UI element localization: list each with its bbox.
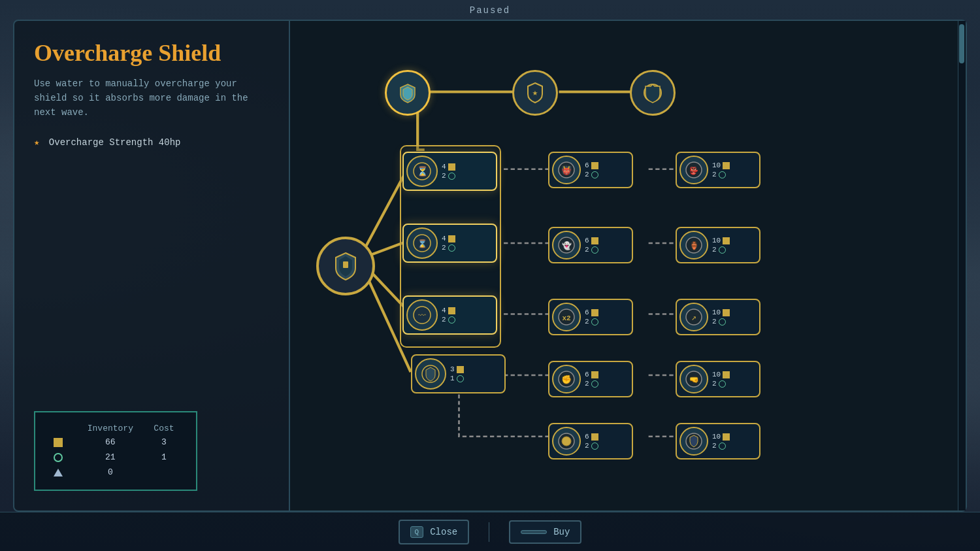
node-r1a[interactable]: 👹 6 2 xyxy=(548,152,633,188)
svg-rect-18 xyxy=(343,261,348,268)
node-r4a[interactable]: ✊ 6 2 xyxy=(548,361,633,397)
node-f1[interactable]: 👺 10 2 xyxy=(676,152,760,188)
svg-text:👹: 👹 xyxy=(561,165,572,176)
hourglass-ring-icon: ⏳ xyxy=(412,161,433,182)
node-r2a-card[interactable]: 👻 6 2 xyxy=(548,227,633,263)
card-c3-icon: 〰 xyxy=(406,299,438,331)
close-button[interactable]: Q Close xyxy=(399,520,470,544)
node-r2a[interactable]: 👻 6 2 xyxy=(548,227,633,263)
card-c1[interactable]: ⏳ 4 2 xyxy=(402,152,497,191)
bottom-bar: Q Close Buy xyxy=(0,512,980,551)
mid-ci-icon xyxy=(457,375,464,382)
cost-ci-val3: 2 xyxy=(442,316,446,324)
buy-key xyxy=(521,530,547,534)
node-r3a-costs: 6 2 xyxy=(585,309,598,326)
sq-icon2 xyxy=(448,235,455,242)
inv-cost-circle: 1 xyxy=(145,450,183,465)
node-f3-card[interactable]: ↗ 10 2 xyxy=(676,299,760,335)
cost-ci-val: 2 xyxy=(442,172,446,180)
sq-icon xyxy=(448,163,455,171)
shield-badge-icon xyxy=(685,432,703,450)
skill-stats: ★ Overcharge Strength 40hp xyxy=(34,137,269,148)
cost-row-sq2: 4 xyxy=(442,235,455,242)
card-mid-inner[interactable]: 3 1 xyxy=(411,354,506,393)
f1-ci: 2 xyxy=(712,171,717,178)
node-t1[interactable] xyxy=(385,70,431,116)
card-c2-inner[interactable]: ⌛ 4 2 xyxy=(402,224,497,263)
inventory-table: Inventory Cost 66 3 21 1 xyxy=(48,422,183,480)
card-mid[interactable]: 3 1 xyxy=(411,354,506,393)
ci-icon3 xyxy=(448,316,455,324)
mid-ci-val: 1 xyxy=(450,375,455,382)
shield-small-icon xyxy=(420,363,441,384)
node-t1-circle[interactable] xyxy=(385,70,431,116)
cost-ci-val2: 2 xyxy=(442,244,446,252)
left-panel: Overcharge Shield Use water to manually … xyxy=(14,21,289,510)
arrow-icon: ↗ xyxy=(685,308,703,326)
node-f1-card[interactable]: 👺 10 2 xyxy=(676,152,760,188)
node-f5[interactable]: 10 2 xyxy=(676,423,760,459)
f2-sq: 10 xyxy=(712,237,721,244)
node-r1a-card[interactable]: 👹 6 2 xyxy=(548,152,633,188)
node-f5-icon xyxy=(679,427,708,456)
node-r5a[interactable]: 6 2 xyxy=(548,423,633,459)
node-f3[interactable]: ↗ 10 2 xyxy=(676,299,760,335)
node-t2-circle[interactable]: ★ xyxy=(512,70,558,116)
node-r3a[interactable]: x2 6 2 xyxy=(548,299,633,335)
svg-text:⌛: ⌛ xyxy=(417,239,427,249)
card-c2[interactable]: ⌛ 4 2 xyxy=(402,224,497,263)
btn-divider xyxy=(489,522,489,542)
buy-button[interactable]: Buy xyxy=(509,520,581,544)
inv-cost-triangle xyxy=(145,465,183,480)
r2a-ci: 2 xyxy=(585,246,589,254)
mid-sq-icon xyxy=(457,366,464,373)
card-c1-icon: ⏳ xyxy=(406,156,438,187)
scrollbar-thumb[interactable] xyxy=(959,24,964,63)
scrollbar[interactable] xyxy=(958,21,966,510)
svg-text:🏺: 🏺 xyxy=(689,241,699,251)
node-f4-costs: 10 2 xyxy=(712,371,730,388)
node-f3-costs: 10 2 xyxy=(712,309,730,326)
r5a-sq: 6 xyxy=(585,433,589,441)
node-r5a-icon xyxy=(552,427,581,456)
f5-ci: 2 xyxy=(712,442,717,450)
node-t3-circle[interactable] xyxy=(630,70,676,116)
cost-sq-val: 4 xyxy=(442,163,446,171)
node-f5-card[interactable]: 10 2 xyxy=(676,423,760,459)
cost-row-mid-sq: 3 xyxy=(450,365,464,373)
node-left-circle[interactable] xyxy=(316,237,375,295)
svg-text:👻: 👻 xyxy=(562,241,572,251)
mid-sq-val: 3 xyxy=(450,365,455,373)
node-r1a-costs: 6 2 xyxy=(585,161,598,178)
inv-icon-circle xyxy=(48,450,76,465)
card-c2-costs: 4 2 xyxy=(442,235,455,252)
r4a-ci: 2 xyxy=(585,380,589,388)
close-key: Q xyxy=(410,526,424,538)
right-panel: ★ xyxy=(289,21,966,510)
shield-ring-icon xyxy=(640,80,665,105)
node-f1-icon: 👺 xyxy=(679,156,708,184)
wave-icon: 〰 xyxy=(412,305,433,326)
node-r3a-card[interactable]: x2 6 2 xyxy=(548,299,633,335)
card-c3[interactable]: 〰 4 2 xyxy=(402,295,497,335)
node-f4[interactable]: 🤜 10 2 xyxy=(676,361,760,397)
node-f2[interactable]: 🏺 10 2 xyxy=(676,227,760,263)
node-f4-card[interactable]: 🤜 10 2 xyxy=(676,361,760,397)
node-f2-costs: 10 2 xyxy=(712,237,730,254)
inv-cost-square: 3 xyxy=(145,435,183,450)
node-r5a-card[interactable]: 6 2 xyxy=(548,423,633,459)
node-r3a-icon: x2 xyxy=(552,303,581,331)
node-f5-costs: 10 2 xyxy=(712,433,730,450)
node-t3[interactable] xyxy=(630,70,676,116)
node-left-large[interactable] xyxy=(316,237,375,295)
node-t2[interactable]: ★ xyxy=(512,70,558,116)
ghost2-icon: 👺 xyxy=(685,161,703,179)
svg-point-35 xyxy=(562,437,571,446)
card-c3-inner[interactable]: 〰 4 2 xyxy=(402,295,497,335)
node-r4a-card[interactable]: ✊ 6 2 xyxy=(548,361,633,397)
inventory-box: Inventory Cost 66 3 21 1 xyxy=(34,411,197,491)
r2a-sq: 6 xyxy=(585,237,589,244)
svg-text:⏳: ⏳ xyxy=(417,166,429,177)
card-c1-inner[interactable]: ⏳ 4 2 xyxy=(402,152,497,191)
node-f2-card[interactable]: 🏺 10 2 xyxy=(676,227,760,263)
